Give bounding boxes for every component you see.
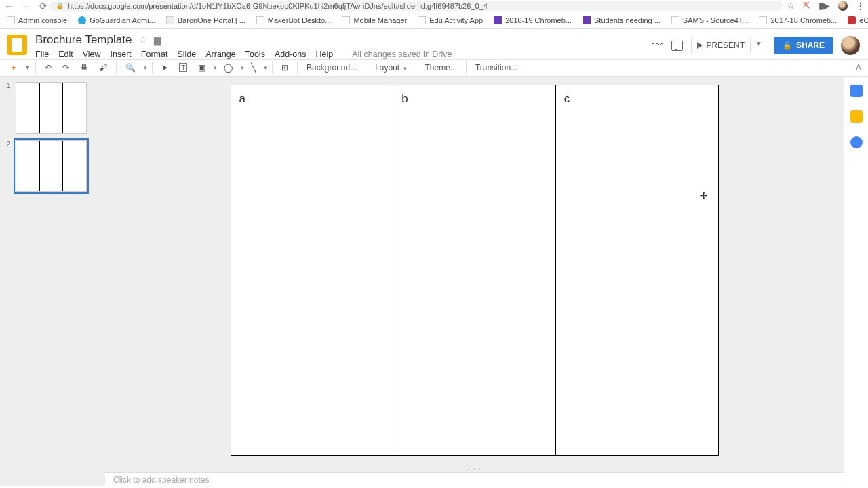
new-slide-button[interactable]: + bbox=[7, 60, 20, 75]
stop-icon[interactable]: ▮▶ bbox=[818, 1, 830, 11]
menu-arrange[interactable]: Arrange bbox=[205, 49, 235, 59]
sheets-icon bbox=[583, 16, 591, 24]
menu-file[interactable]: File bbox=[35, 49, 49, 59]
shape-tool[interactable]: ◯ bbox=[220, 61, 237, 75]
background-button[interactable]: Background... bbox=[302, 61, 361, 75]
menu-help[interactable]: Help bbox=[315, 49, 333, 59]
brochure-panel-b[interactable]: b bbox=[393, 85, 556, 455]
chevron-down-icon[interactable]: ▾ bbox=[241, 64, 244, 71]
browser-toolbar: ← → ⟳ 🔒 https://docs.google.com/presenta… bbox=[0, 0, 868, 12]
present-button[interactable]: PRESENT bbox=[691, 37, 751, 54]
bookmarks-bar: Admin console GoGuardian Admi... BaronOn… bbox=[0, 12, 868, 29]
chevron-down-icon[interactable]: ▼ bbox=[24, 64, 31, 71]
url-text: https://docs.google.com/presentation/d/1… bbox=[68, 2, 488, 10]
menu-format[interactable]: Format bbox=[141, 49, 168, 59]
star-icon[interactable]: ☆ bbox=[138, 34, 147, 46]
collapse-toolbar-icon[interactable]: ᐱ bbox=[856, 63, 861, 73]
lock-icon: 🔒 bbox=[56, 2, 64, 9]
browser-right-icons: ☆ ⇱ ▮▶ ⋮ bbox=[787, 1, 864, 11]
play-icon bbox=[697, 42, 703, 49]
share-button[interactable]: 🔒 SHARE bbox=[774, 37, 833, 54]
brochure-panel-c[interactable]: c ✢ bbox=[556, 85, 718, 455]
page-icon bbox=[418, 16, 426, 24]
redo-button[interactable]: ↷ bbox=[58, 61, 73, 75]
menu-insert[interactable]: Insert bbox=[111, 49, 132, 59]
thumbnail-row[interactable]: 2 bbox=[7, 140, 98, 192]
bookmark-item[interactable]: Edu Activity App bbox=[418, 16, 483, 24]
bookmark-item[interactable]: MakerBot Deskto... bbox=[256, 16, 332, 24]
menu-edit[interactable]: Edit bbox=[58, 49, 73, 59]
reload-icon[interactable]: ⟳ bbox=[39, 1, 47, 12]
cast-icon[interactable]: ⇱ bbox=[803, 1, 810, 11]
paint-format-button[interactable]: 🖌 bbox=[95, 61, 111, 75]
chevron-down-icon[interactable]: ▾ bbox=[144, 64, 147, 71]
line-tool[interactable]: ╲ bbox=[247, 61, 260, 75]
menu-tools[interactable]: Tools bbox=[245, 49, 265, 59]
transition-button[interactable]: Transition... bbox=[471, 61, 521, 75]
bookmark-item[interactable]: Students needing ... bbox=[583, 16, 660, 24]
present-dropdown[interactable]: ▼ bbox=[751, 37, 766, 54]
save-status[interactable]: All changes saved in Drive bbox=[352, 49, 452, 59]
star-icon[interactable]: ☆ bbox=[787, 1, 795, 11]
main-area: 1 2 a b c ✢ • • • Click to add speaker n… bbox=[0, 77, 868, 486]
select-tool[interactable]: ➤ bbox=[157, 61, 172, 75]
back-icon[interactable]: ← bbox=[4, 1, 14, 12]
image-tool[interactable]: ▣ bbox=[194, 61, 210, 75]
tasks-icon[interactable] bbox=[850, 136, 863, 148]
goguardian-icon bbox=[78, 16, 86, 24]
page-icon bbox=[342, 16, 350, 24]
bookmark-item[interactable]: Admin console bbox=[7, 16, 67, 24]
lock-icon: 🔒 bbox=[783, 41, 792, 50]
speaker-notes[interactable]: Click to add speaker notes bbox=[105, 472, 844, 486]
toolbar: +▼ ↶ ↷ 🖶 🖌 🔍▾ ➤ 🅃 ▣▾ ◯▾ ╲▾ ⊞ Background.… bbox=[0, 59, 868, 77]
menu-slide[interactable]: Slide bbox=[177, 49, 196, 59]
page-icon bbox=[7, 16, 15, 24]
bookmark-item[interactable]: GoGuardian Admi... bbox=[78, 16, 155, 24]
zoom-button[interactable]: 🔍 bbox=[121, 61, 140, 75]
menu-bar: File Edit View Insert Format Slide Arran… bbox=[35, 49, 452, 59]
url-bar[interactable]: 🔒 https://docs.google.com/presentation/d… bbox=[49, 1, 783, 11]
bookmark-item[interactable]: Mobile Manager bbox=[342, 16, 407, 24]
move-folder-icon[interactable]: ▆ bbox=[154, 35, 161, 45]
bookmark-item[interactable]: SAMS - Source4T... bbox=[671, 16, 749, 24]
comments-icon[interactable] bbox=[671, 41, 683, 51]
menu-view[interactable]: View bbox=[83, 49, 101, 59]
app-header: Brochure Template ☆ ▆ File Edit View Ins… bbox=[0, 29, 868, 59]
kebab-menu-icon[interactable]: ⋮ bbox=[856, 1, 864, 11]
move-cursor-icon: ✢ bbox=[700, 190, 707, 201]
profile-avatar-icon[interactable] bbox=[838, 1, 848, 11]
brochure-panel-a[interactable]: a bbox=[231, 85, 394, 455]
print-button[interactable]: 🖶 bbox=[76, 61, 92, 75]
page-icon bbox=[759, 16, 767, 24]
side-panel bbox=[844, 77, 868, 486]
bookmark-item[interactable]: 2017-18 Chromeb... bbox=[759, 16, 837, 24]
account-avatar-icon[interactable] bbox=[841, 36, 860, 55]
thumbnail-row[interactable]: 1 bbox=[7, 82, 98, 134]
layout-button[interactable]: Layout ▾ bbox=[371, 61, 410, 75]
slide[interactable]: a b c ✢ bbox=[231, 85, 719, 456]
slide-canvas-area[interactable]: a b c ✢ • • • Click to add speaker notes bbox=[105, 77, 844, 486]
page-icon bbox=[256, 16, 264, 24]
undo-button[interactable]: ↶ bbox=[41, 61, 56, 75]
chevron-down-icon[interactable]: ▾ bbox=[264, 64, 267, 71]
explore-icon[interactable]: 〰 bbox=[652, 39, 663, 52]
doc-title[interactable]: Brochure Template bbox=[35, 33, 132, 47]
bookmark-item[interactable]: 2018-19 Chromeb... bbox=[494, 16, 572, 24]
slide-number: 1 bbox=[7, 82, 12, 89]
slide-thumbnail-selected[interactable] bbox=[16, 140, 87, 192]
page-icon bbox=[671, 16, 679, 24]
calendar-icon[interactable] bbox=[850, 85, 863, 97]
bookmark-item[interactable]: eCampus: Home bbox=[848, 16, 868, 24]
textbox-tool[interactable]: 🅃 bbox=[175, 61, 191, 75]
forward-icon: → bbox=[22, 1, 31, 12]
slide-thumbnail[interactable] bbox=[16, 82, 87, 134]
menu-addons[interactable]: Add-ons bbox=[275, 49, 307, 59]
slide-filmstrip[interactable]: 1 2 bbox=[0, 77, 105, 486]
keep-icon[interactable] bbox=[850, 110, 863, 123]
comment-insert-button[interactable]: ⊞ bbox=[277, 61, 292, 75]
page-icon bbox=[166, 16, 174, 24]
slides-logo-icon[interactable] bbox=[7, 35, 27, 55]
chevron-down-icon[interactable]: ▾ bbox=[214, 64, 217, 71]
theme-button[interactable]: Theme... bbox=[421, 61, 461, 75]
bookmark-item[interactable]: BaronOne Portal | ... bbox=[166, 16, 245, 24]
